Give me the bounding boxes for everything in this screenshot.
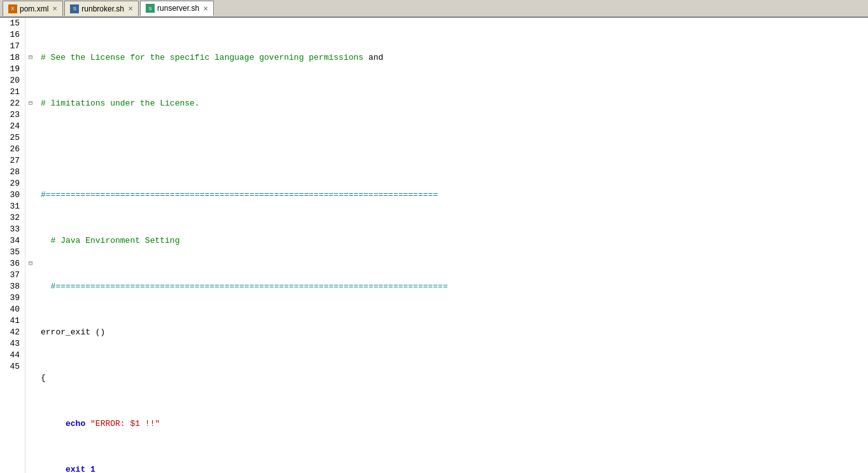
tab-runbroker-icon: S (70, 4, 79, 13)
code-line-16: # limitations under the License. (41, 98, 868, 109)
ln-17: 17 (5, 41, 20, 52)
code-24-num: 1 (90, 464, 95, 473)
ln-21: 21 (5, 86, 20, 98)
ln-40: 40 (5, 304, 20, 315)
code-15-text: # See the License for the specific langu… (41, 52, 383, 64)
fold-gutter: ⊟ ⊟ ⊟ (25, 18, 36, 473)
code-23-str: "ERROR: $1 !!" (90, 418, 160, 430)
ln-41: 41 (5, 315, 20, 327)
ln-26: 26 (5, 144, 20, 155)
code-line-22: { (41, 373, 868, 384)
tab-bar: X pom.xml ✕ S runbroker.sh ✕ S runserver… (0, 0, 868, 18)
ln-29: 29 (5, 178, 20, 189)
fold-18[interactable]: ⊟ (25, 52, 36, 64)
ln-20: 20 (5, 75, 20, 86)
tab-runserver[interactable]: S runserver.sh ✕ (140, 1, 214, 16)
tab-pom-label: pom.xml (20, 4, 48, 13)
ln-15: 15 (5, 18, 20, 29)
ln-39: 39 (5, 292, 20, 304)
ln-27: 27 (5, 155, 20, 167)
tab-runbroker-label: runbroker.sh (81, 4, 124, 13)
code-24-exit: exit (66, 464, 85, 473)
editor: 15 16 17 18 19 20 21 22 23 24 25 26 27 2… (0, 18, 868, 473)
code-21-text: error_exit () (41, 327, 105, 338)
ln-33: 33 (5, 224, 20, 235)
tab-pom[interactable]: X pom.xml ✕ (3, 1, 63, 16)
code-line-17 (41, 144, 868, 155)
tab-runbroker[interactable]: S runbroker.sh ✕ (64, 1, 139, 16)
ln-25: 25 (5, 132, 20, 144)
ln-30: 30 (5, 189, 20, 201)
ln-24: 24 (5, 121, 20, 132)
ln-42: 42 (5, 327, 20, 338)
ln-28: 28 (5, 167, 20, 178)
tab-pom-icon: X (8, 4, 17, 13)
code-23-pre (41, 418, 66, 430)
code-22-text: { (41, 373, 46, 384)
ln-19: 19 (5, 64, 20, 75)
code-24-sp (85, 464, 90, 473)
code-19-text: # Java Environment Setting (41, 235, 179, 247)
ln-45: 45 (5, 361, 20, 373)
ln-35: 35 (5, 247, 20, 258)
ln-36: 36 (5, 258, 20, 270)
ln-31: 31 (5, 201, 20, 212)
ln-34: 34 (5, 235, 20, 247)
code-content[interactable]: # See the License for the specific langu… (36, 18, 868, 473)
code-16-text: # limitations under the License. (41, 98, 200, 109)
code-line-24: exit 1 (41, 464, 868, 473)
fold-22[interactable]: ⊟ (25, 98, 36, 109)
code-area: 15 16 17 18 19 20 21 22 23 24 25 26 27 2… (0, 18, 868, 473)
ln-16: 16 (5, 29, 20, 41)
code-20-text: #=======================================… (41, 281, 448, 292)
tab-runserver-icon: S (146, 4, 155, 13)
code-23-sp (85, 418, 90, 430)
ln-22: 22 (5, 98, 20, 109)
code-line-18: #=======================================… (41, 189, 868, 201)
line-numbers: 15 16 17 18 19 20 21 22 23 24 25 26 27 2… (0, 18, 25, 473)
code-17-text (41, 144, 46, 155)
code-line-23: echo "ERROR: $1 !!" (41, 418, 868, 430)
tab-runserver-label: runserver.sh (157, 4, 199, 13)
code-24-pre (41, 464, 66, 473)
ln-37: 37 (5, 270, 20, 281)
code-line-20: #=======================================… (41, 281, 868, 292)
ln-32: 32 (5, 212, 20, 224)
ln-23: 23 (5, 109, 20, 121)
ln-44: 44 (5, 350, 20, 361)
ln-18: 18 (5, 52, 20, 64)
code-line-21: error_exit () (41, 327, 868, 338)
tab-pom-close[interactable]: ✕ (52, 5, 57, 12)
code-line-15: # See the License for the specific langu… (41, 52, 868, 64)
tab-runbroker-close[interactable]: ✕ (128, 5, 133, 12)
code-line-19: # Java Environment Setting (41, 235, 868, 247)
ln-38: 38 (5, 281, 20, 292)
code-18-text: #=======================================… (41, 189, 438, 201)
fold-36[interactable]: ⊟ (25, 258, 36, 270)
ln-43: 43 (5, 338, 20, 350)
code-23-echo: echo (66, 418, 85, 430)
tab-runserver-close[interactable]: ✕ (203, 5, 208, 12)
